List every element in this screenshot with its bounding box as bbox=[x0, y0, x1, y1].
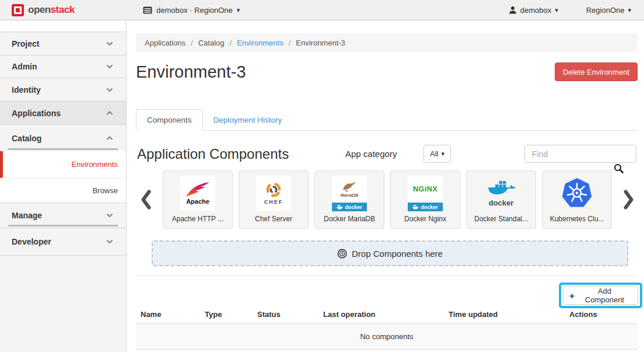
components-controls: Application Components App category All … bbox=[136, 145, 638, 163]
apache-logo: Apache bbox=[180, 176, 215, 211]
app-card-docker-nginx[interactable]: NGiNX docker Docker Nginx bbox=[390, 170, 460, 229]
openstack-logo[interactable]: openstack bbox=[12, 4, 123, 16]
sidebar-item-identity[interactable]: Identity bbox=[0, 78, 126, 102]
breadcrumb: Applications / Catalog / Environments / … bbox=[136, 33, 638, 52]
nginx-logo: NGiNX bbox=[408, 176, 443, 203]
kubernetes-logo bbox=[559, 176, 594, 211]
openstack-dashboard: openstack demobox · RegionOne ▾ demobox … bbox=[0, 0, 644, 352]
title-row: Environment-3 Delete Environment bbox=[136, 61, 638, 82]
sidebar-item-project[interactable]: Project bbox=[0, 32, 126, 55]
app-card-kubernetes[interactable]: Kubernetes Clu... bbox=[542, 170, 612, 229]
app-card-label: Kubernetes Clu... bbox=[550, 215, 604, 223]
app-category-dropdown[interactable]: All ▾ bbox=[424, 145, 451, 163]
drop-components-zone[interactable]: Drop Components here bbox=[152, 241, 628, 266]
delete-environment-button[interactable]: Delete Environment bbox=[555, 62, 638, 81]
chevron-down-icon bbox=[106, 239, 113, 244]
components-table: Name Type Status Last operation Time upd… bbox=[136, 308, 638, 350]
app-card-label: Docker MariaDB bbox=[324, 215, 375, 223]
chevron-down-icon bbox=[106, 88, 113, 92]
col-status: Status bbox=[253, 308, 318, 324]
caret-down-icon: ▾ bbox=[441, 151, 444, 157]
context-label: demobox · RegionOne bbox=[156, 6, 233, 15]
breadcrumb-environments-link[interactable]: Environments bbox=[237, 39, 283, 47]
tab-deployment-history[interactable]: Deployment History bbox=[203, 110, 293, 130]
app-category-label: App category bbox=[345, 145, 397, 163]
openstack-cube-icon bbox=[12, 4, 24, 16]
app-card-apache[interactable]: Apache Apache HTTP ... bbox=[163, 170, 233, 229]
tab-components[interactable]: Components bbox=[136, 109, 203, 131]
sidebar-item-browse[interactable]: Browse bbox=[0, 178, 126, 203]
chevron-down-icon bbox=[106, 41, 113, 46]
app-card-label: Docker Nginx bbox=[404, 215, 446, 223]
app-card-chef[interactable]: CHEF Chef Server bbox=[239, 170, 309, 229]
project-region-switcher[interactable]: demobox · RegionOne ▾ bbox=[143, 6, 240, 15]
apache-feather-icon bbox=[186, 182, 210, 197]
docker-whale-icon bbox=[412, 204, 419, 210]
group-divider bbox=[8, 225, 118, 226]
topbar: openstack demobox · RegionOne ▾ demobox … bbox=[0, 0, 644, 20]
app-card-label: Docker Standal... bbox=[474, 215, 528, 223]
drop-zone-label: Drop Components here bbox=[352, 249, 443, 259]
topbar-right: demobox ▾ RegionOne ▾ bbox=[509, 6, 631, 15]
find-input[interactable] bbox=[524, 145, 636, 163]
docker-whale-icon bbox=[337, 204, 343, 210]
sidebar-item-environments[interactable]: Environments bbox=[0, 151, 126, 178]
chef-logo: CHEF bbox=[256, 176, 291, 211]
sidebar-top-strip bbox=[0, 20, 126, 32]
chevron-down-icon bbox=[106, 64, 113, 69]
sidebar-group-manage[interactable]: Manage bbox=[0, 203, 126, 228]
region-menu-label: RegionOne bbox=[586, 6, 625, 15]
caret-down-icon: ▾ bbox=[628, 7, 631, 13]
carousel-next-icon[interactable] bbox=[624, 189, 634, 210]
section-divider bbox=[136, 276, 638, 276]
app-card-docker-standalone[interactable]: docker Docker Standal... bbox=[466, 170, 536, 229]
plus-icon: + bbox=[569, 291, 575, 301]
mariadb-logo: MariaDB bbox=[332, 176, 367, 203]
components-carousel: Apache Apache HTTP ... CHEF Chef Server bbox=[136, 170, 638, 229]
add-component-button[interactable]: + Add Component bbox=[563, 286, 638, 305]
tab-bar: Components Deployment History bbox=[136, 108, 638, 131]
chef-swirl-icon bbox=[265, 182, 282, 198]
app-card-label: Apache HTTP ... bbox=[172, 215, 223, 223]
col-actions: Actions bbox=[565, 308, 638, 324]
app-card-label: Chef Server bbox=[255, 215, 292, 223]
breadcrumb-catalog: Catalog bbox=[198, 39, 225, 47]
panel-heading: Application Components bbox=[137, 145, 289, 163]
sidebar-group-developer[interactable]: Developer bbox=[0, 228, 126, 256]
mariadb-seal-icon bbox=[342, 180, 357, 192]
chevron-up-icon bbox=[106, 111, 113, 116]
sidebar-item-applications[interactable]: Applications bbox=[0, 102, 126, 125]
user-icon bbox=[509, 6, 517, 14]
col-name: Name bbox=[136, 308, 200, 324]
sidebar-item-admin[interactable]: Admin bbox=[0, 55, 126, 78]
list-icon bbox=[143, 6, 152, 14]
col-last-operation: Last operation bbox=[318, 308, 444, 324]
col-time-updated: Time updated bbox=[444, 308, 565, 324]
sidebar-group-catalog[interactable]: Catalog bbox=[0, 125, 126, 151]
empty-row: No components bbox=[136, 324, 638, 350]
user-menu[interactable]: demobox ▾ bbox=[509, 6, 558, 15]
carousel-prev-icon[interactable] bbox=[141, 189, 151, 210]
app-card-docker-mariadb[interactable]: MariaDB docker Docker MariaDB bbox=[314, 170, 384, 229]
empty-message: No components bbox=[136, 324, 638, 350]
col-type: Type bbox=[200, 308, 253, 324]
chevron-up-icon bbox=[106, 136, 113, 141]
breadcrumb-current: Environment-3 bbox=[296, 39, 345, 47]
docker-badge: docker bbox=[332, 203, 367, 211]
main-content: Applications / Catalog / Environments / … bbox=[127, 20, 644, 352]
chevron-down-icon bbox=[106, 213, 113, 218]
docker-whale-icon bbox=[486, 179, 516, 198]
group-divider bbox=[8, 148, 118, 150]
caret-down-icon: ▾ bbox=[555, 7, 558, 13]
table-header-row: Name Type Status Last operation Time upd… bbox=[136, 308, 638, 324]
sidebar: Project Admin Identity Applications Cata… bbox=[0, 20, 127, 352]
region-menu[interactable]: RegionOne ▾ bbox=[586, 6, 631, 15]
user-menu-label: demobox bbox=[520, 6, 551, 15]
caret-down-icon: ▾ bbox=[237, 7, 240, 13]
app-card-list: Apache Apache HTTP ... CHEF Chef Server bbox=[163, 170, 612, 229]
openstack-wordmark: openstack bbox=[28, 4, 75, 16]
docker-badge: docker bbox=[408, 203, 443, 211]
docker-logo: docker bbox=[484, 176, 519, 211]
bullseye-icon bbox=[337, 249, 347, 259]
agent-highlight-box: + Add Component bbox=[559, 283, 642, 308]
